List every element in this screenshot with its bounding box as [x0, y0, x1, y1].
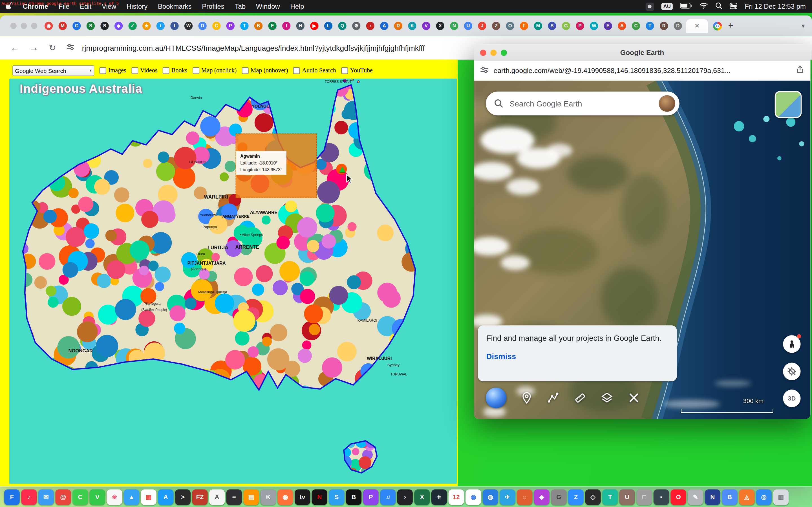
dock-icon-calendar-dec-12[interactable]: 12	[449, 489, 464, 505]
dock-icon-pencil-app[interactable]: ✎	[688, 489, 703, 505]
browser-tab-favicon[interactable]: ▶	[310, 22, 318, 30]
dock-icon-teal-app[interactable]: T	[602, 489, 618, 505]
dock-icon-books[interactable]: ▤	[243, 489, 259, 505]
annotation-tools-icon[interactable]	[627, 392, 640, 404]
browser-tab-favicon[interactable]: L	[324, 22, 333, 30]
globe-button[interactable]	[486, 388, 506, 408]
checkbox-books[interactable]: Books	[163, 67, 188, 75]
apple-menu-icon[interactable]	[0, 2, 17, 11]
dock-icon-terminal[interactable]: >	[175, 489, 191, 505]
checkbox-box[interactable]	[242, 67, 249, 74]
back-icon[interactable]: ←	[10, 43, 19, 53]
dock-icon-zoom[interactable]: Z	[568, 489, 583, 505]
dock-icon-coffee-app[interactable]: U	[619, 489, 635, 505]
dock-icon-textedit[interactable]: A	[209, 489, 225, 505]
dock-icon-dark-app[interactable]: ▪	[654, 489, 669, 505]
browser-tab-favicon[interactable]: f	[170, 22, 179, 30]
browser-tab-favicon[interactable]: W	[185, 22, 193, 30]
dock-icon-maps[interactable]: ▲	[124, 489, 139, 505]
dismiss-link[interactable]: Dismiss	[486, 352, 669, 360]
new-tab-button[interactable]: +	[728, 20, 733, 31]
menu-item-edit[interactable]: Edit	[75, 3, 97, 10]
dock-icon-netflix[interactable]: N	[312, 489, 327, 505]
browser-tab-favicon[interactable]: ♪	[366, 22, 374, 30]
open-in-browser-icon[interactable]	[796, 65, 804, 76]
dock-icon-android-studio[interactable]: ◇	[585, 489, 601, 505]
browser-tab-favicon[interactable]: Z	[492, 22, 500, 30]
3d-button[interactable]: 3D	[783, 390, 801, 407]
dock-icon-vscode[interactable]: ⌗	[432, 489, 447, 505]
dock-icon-gimp[interactable]: G	[551, 489, 566, 505]
dock-icon-excel[interactable]: X	[414, 489, 430, 505]
dock-icon-contacts[interactable]: @	[56, 489, 71, 505]
dock-icon-gray-app[interactable]: □	[637, 489, 652, 505]
browser-tab-favicon[interactable]: T	[240, 22, 248, 30]
dock-icon-calendar[interactable]: ▦	[141, 489, 156, 505]
zoom-window-button[interactable]	[31, 23, 37, 29]
browser-tab-favicon[interactable]: G	[72, 22, 81, 30]
browser-tab-favicon[interactable]: I	[282, 22, 290, 30]
browser-tab-favicon[interactable]: R	[660, 22, 668, 30]
placemark-pin-icon[interactable]	[520, 392, 533, 404]
control-center-icon[interactable]	[730, 2, 738, 10]
earth-view[interactable]: Search Google Earth Find and manage all …	[474, 81, 811, 419]
checkbox-images[interactable]: Images	[100, 67, 126, 75]
dock-icon-finder[interactable]: F	[4, 489, 20, 505]
draw-path-icon[interactable]	[547, 392, 559, 404]
dock-icon-chrome[interactable]: ◉	[465, 489, 481, 505]
menubar-app-icon[interactable]	[646, 2, 654, 10]
browser-tab-favicon[interactable]: F	[520, 22, 528, 30]
checkbox-box[interactable]	[193, 67, 199, 74]
browser-tab-favicon[interactable]: N	[450, 22, 458, 30]
search-type-select[interactable]: Google Web Search ▾	[12, 65, 94, 76]
browser-tab-favicon[interactable]: t	[156, 22, 165, 30]
layers-icon[interactable]	[601, 392, 613, 404]
dock-icon-pixelmator[interactable]: ◆	[534, 489, 550, 505]
checkbox-audio-search[interactable]: Audio Search	[293, 67, 336, 75]
browser-tab-favicon[interactable]: A	[618, 22, 626, 30]
wifi-icon[interactable]	[700, 3, 708, 10]
close-window-button[interactable]	[10, 23, 17, 29]
menu-item-help[interactable]: Help	[285, 3, 309, 10]
dock-icon-colorsync[interactable]: ◌	[517, 489, 532, 505]
browser-tab-favicon[interactable]: A	[380, 22, 388, 30]
checkbox-youtube[interactable]: YouTube	[341, 67, 372, 75]
browser-tab-favicon[interactable]: D	[674, 22, 682, 30]
browser-tab-favicon[interactable]: ◆	[114, 22, 123, 30]
dock-icon-facetime[interactable]: V	[90, 489, 105, 505]
address-bar[interactable]: rjmprogramming.com.au/HTMLCSS/ImageMap/L…	[82, 44, 425, 52]
indigenous-australia-map[interactable]: Indigenous Australia TORRES STRAITDarwin…	[9, 78, 457, 484]
dock-icon-photos[interactable]: ❀	[107, 489, 122, 505]
browser-tab-favicon[interactable]: S	[100, 22, 109, 30]
profile-avatar[interactable]	[659, 95, 675, 112]
menu-item-chrome[interactable]: Chrome	[17, 3, 53, 10]
dock-icon-safari[interactable]: ◎	[756, 489, 772, 505]
browser-tab-favicon[interactable]: C	[212, 22, 220, 30]
measure-ruler-icon[interactable]	[574, 392, 586, 404]
checkbox-box[interactable]	[341, 67, 348, 74]
browser-tab-favicon[interactable]: S	[548, 22, 556, 30]
dock-icon-iterm[interactable]: ›	[397, 489, 413, 505]
map-style-button[interactable]	[775, 91, 802, 118]
input-source-badge[interactable]: AU	[661, 3, 673, 10]
browser-tab-favicon[interactable]: D	[198, 22, 206, 30]
dock-icon-trash[interactable]: ▥	[773, 489, 789, 505]
dock-icon-shortcuts[interactable]: S	[329, 489, 344, 505]
tab-search-button[interactable]: ▾	[802, 22, 805, 30]
menu-item-profiles[interactable]: Profiles	[197, 3, 230, 10]
browser-tab-favicon[interactable]: E	[604, 22, 612, 30]
reload-icon[interactable]: ↻	[49, 43, 56, 54]
dock-icon-podcasts[interactable]: P	[363, 489, 378, 505]
dock-icon-telegram[interactable]: ✈	[500, 489, 515, 505]
browser-tab-favicon[interactable]: C	[632, 22, 640, 30]
forward-icon[interactable]: →	[30, 43, 38, 53]
australia-languages-svg[interactable]	[9, 78, 457, 484]
dock-icon-google-earth[interactable]: ◍	[483, 489, 498, 505]
dock-icon-mail[interactable]: ✉	[38, 489, 54, 505]
menu-bar-clock[interactable]: Fri 12 Dec 12:53 pm	[745, 3, 806, 10]
menu-item-window[interactable]: Window	[251, 3, 285, 10]
checkbox-box[interactable]	[163, 67, 169, 74]
earth-address-bar[interactable]: earth.google.com/web/@-19.41990588,146.1…	[493, 67, 796, 75]
browser-tab-favicon[interactable]: T	[646, 22, 654, 30]
checkbox-map-onhover-[interactable]: Map (onhover)	[242, 67, 288, 75]
